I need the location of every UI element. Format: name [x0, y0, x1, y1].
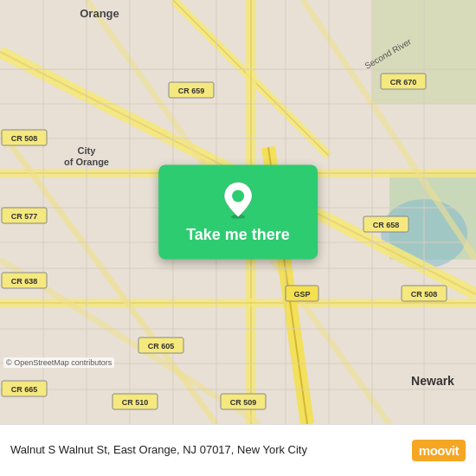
bottom-bar: Walnut S Walnut St, East Orange, NJ 0701…	[0, 424, 476, 476]
svg-text:CR 605: CR 605	[148, 342, 175, 351]
moovit-logo-text: moovit	[412, 440, 466, 461]
svg-text:CR 577: CR 577	[11, 212, 38, 221]
svg-text:City: City	[78, 145, 97, 156]
svg-point-68	[232, 190, 244, 203]
svg-text:CR 658: CR 658	[373, 221, 400, 229]
svg-text:Orange: Orange	[80, 7, 119, 20]
svg-text:CR 508: CR 508	[411, 290, 438, 299]
svg-text:CR 508: CR 508	[11, 134, 38, 143]
moovit-logo: moovit	[412, 440, 466, 461]
location-pin-icon	[222, 181, 254, 219]
take-me-there-label: Take me there	[186, 226, 290, 244]
svg-text:CR 510: CR 510	[122, 398, 149, 407]
svg-text:Newark: Newark	[411, 374, 454, 388]
svg-text:CR 665: CR 665	[11, 385, 38, 394]
svg-text:of Orange: of Orange	[64, 157, 109, 167]
svg-text:CR 509: CR 509	[230, 398, 257, 407]
svg-text:CR 638: CR 638	[11, 277, 38, 286]
svg-text:CR 670: CR 670	[390, 78, 417, 87]
svg-text:GSP: GSP	[293, 290, 310, 299]
map-container: CR 659 CR 670 CR 508 CR 508 CR 577 CR 63…	[0, 0, 476, 424]
openstreetmap-credit: © OpenStreetMap contributors	[3, 357, 114, 368]
address-text: Walnut S Walnut St, East Orange, NJ 0701…	[10, 442, 412, 458]
app: CR 659 CR 670 CR 508 CR 508 CR 577 CR 63…	[0, 0, 476, 476]
take-me-there-button[interactable]: Take me there	[158, 165, 318, 260]
svg-text:CR 659: CR 659	[178, 87, 205, 95]
